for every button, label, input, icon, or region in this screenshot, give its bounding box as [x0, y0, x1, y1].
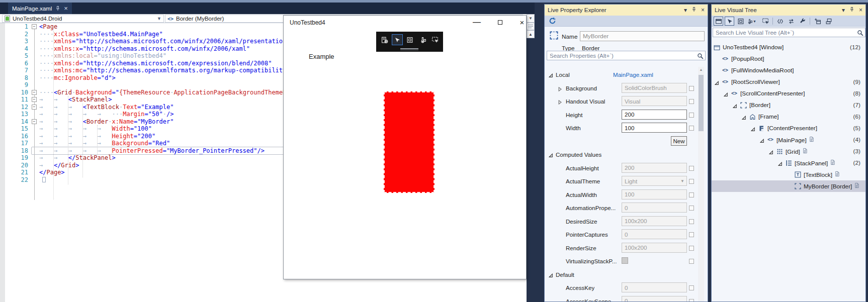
property-section-header[interactable]: Default: [545, 268, 708, 281]
tree-row[interactable]: [Grid](3): [712, 146, 865, 157]
pin-property-checkbox[interactable]: [689, 126, 694, 131]
property-checkbox[interactable]: [622, 257, 628, 264]
pin-property-checkbox[interactable]: [689, 192, 694, 197]
expand-icon[interactable]: [778, 161, 783, 168]
close-icon[interactable]: ×: [64, 5, 68, 12]
property-value[interactable]: 100: [622, 189, 687, 199]
select-element-icon[interactable]: [760, 17, 770, 26]
pin-property-checkbox[interactable]: [689, 113, 694, 118]
property-value[interactable]: 0: [622, 282, 687, 292]
close-icon[interactable]: ×: [859, 7, 862, 13]
search-icon[interactable]: [857, 29, 863, 38]
fold-toggle-icon[interactable]: −: [32, 97, 37, 102]
tree-row[interactable]: [Frame](6): [712, 111, 865, 123]
tab-mainpage-xaml[interactable]: MainPage.xaml ×: [8, 3, 72, 14]
pin-icon[interactable]: [691, 7, 697, 14]
pin-property-checkbox[interactable]: [689, 99, 694, 104]
search-properties-input[interactable]: [547, 51, 706, 60]
property-section-header[interactable]: LocalMainPage.xaml: [545, 68, 708, 81]
display-layout-adorners-icon[interactable]: [736, 17, 745, 26]
pin-property-checkbox[interactable]: [689, 219, 694, 224]
property-section-header[interactable]: Computed Values: [545, 148, 708, 161]
pin-icon[interactable]: [55, 6, 60, 11]
track-focused-element-icon[interactable]: [417, 34, 428, 45]
pin-property-checkbox[interactable]: [689, 166, 694, 171]
select-element-icon[interactable]: [429, 34, 441, 45]
toolbar-drag-handle[interactable]: [400, 48, 418, 49]
expand-icon[interactable]: [742, 115, 746, 122]
expand-icon[interactable]: [760, 138, 764, 145]
tree-row[interactable]: MyBorder [Border]: [712, 180, 865, 192]
select-window-icon[interactable]: [714, 17, 723, 26]
expand-icon[interactable]: [724, 91, 728, 98]
tree-row[interactable]: [Border](7): [712, 99, 865, 111]
expand-icon[interactable]: [558, 86, 562, 92]
tree-row[interactable]: <>[RootScrollViewer](9): [712, 76, 865, 88]
enable-selection-icon[interactable]: [392, 34, 403, 45]
app-window[interactable]: UnoTestbed4 — × Example: [283, 15, 527, 279]
lpe-scrollbar-thumb[interactable]: [699, 75, 704, 131]
scroll-up-icon[interactable]: ▲: [698, 67, 704, 73]
document-icon[interactable]: [854, 183, 859, 190]
lpe-title-bar[interactable]: Live Property Explorer ▾ ×: [545, 5, 708, 16]
fold-toggle-icon[interactable]: −: [32, 105, 37, 110]
tree-row[interactable]: [ContentPresenter](5): [712, 123, 865, 134]
pin-property-checkbox[interactable]: [689, 259, 694, 264]
property-value[interactable]: Light▼: [622, 176, 687, 186]
myborder-red-rectangle[interactable]: [384, 91, 435, 193]
pin-property-checkbox[interactable]: [689, 232, 694, 237]
new-property-button[interactable]: New: [671, 136, 687, 146]
property-value[interactable]: 100x200: [622, 216, 687, 226]
editor-scrollbar-track[interactable]: [527, 38, 535, 302]
settings-icon[interactable]: [798, 17, 807, 26]
pin-property-checkbox[interactable]: [689, 206, 694, 211]
property-value[interactable]: 200: [622, 110, 687, 120]
sync-selection-icon[interactable]: [787, 17, 796, 26]
pin-property-checkbox[interactable]: [689, 86, 694, 91]
just-my-xaml-icon[interactable]: [775, 17, 785, 26]
goto-live-visual-tree-icon[interactable]: [379, 34, 390, 45]
property-value[interactable]: SolidColorBrush: [622, 83, 687, 93]
expand-icon[interactable]: [733, 103, 737, 110]
tree-row[interactable]: <>[MainPage](4): [712, 134, 865, 146]
tree-row[interactable]: <>[ScrollContentPresenter](8): [712, 88, 865, 99]
expand-icon[interactable]: [769, 149, 773, 156]
fold-toggle-icon[interactable]: −: [32, 119, 37, 124]
expand-icon[interactable]: [751, 126, 755, 133]
track-focused-element-icon[interactable]: ▼: [747, 17, 756, 26]
property-value[interactable]: 0: [622, 229, 687, 239]
pin-property-checkbox[interactable]: [689, 246, 694, 251]
fold-toggle-icon[interactable]: −: [32, 90, 37, 95]
property-value[interactable]: 0: [622, 296, 687, 302]
search-icon[interactable]: [697, 52, 704, 61]
tree-row[interactable]: <>[PopupRoot]: [712, 53, 865, 65]
pin-property-checkbox[interactable]: [689, 299, 694, 302]
close-icon[interactable]: ×: [701, 7, 705, 13]
close-button[interactable]: ×: [515, 17, 529, 28]
tree-row[interactable]: UnoTestbed4 [Window](12): [712, 42, 865, 53]
window-position-icon[interactable]: ▾: [842, 7, 845, 13]
name-field[interactable]: MyBorder: [580, 31, 705, 41]
collapse-all-icon[interactable]: [824, 17, 833, 26]
property-value[interactable]: 100: [622, 123, 687, 133]
expand-icon[interactable]: [715, 80, 719, 87]
pin-property-checkbox[interactable]: [689, 179, 694, 184]
tree-row[interactable]: [TextBlock]: [712, 169, 865, 180]
document-icon[interactable]: [834, 171, 840, 178]
tree-row[interactable]: <>[FullWindowMediaRoot]: [712, 65, 865, 76]
project-dropdown[interactable]: UnoTestbed4.Droid ▼: [2, 15, 164, 23]
fold-toggle-icon[interactable]: −: [32, 24, 37, 29]
expand-icon[interactable]: [558, 99, 562, 106]
document-icon[interactable]: [809, 137, 814, 144]
enable-selection-icon[interactable]: [725, 17, 734, 26]
scroll-up-icon[interactable]: ▲: [527, 30, 535, 38]
tree-row[interactable]: [StackPanel](2): [712, 157, 865, 169]
expand-all-icon[interactable]: [813, 17, 822, 26]
property-value[interactable]: 0: [622, 203, 687, 213]
refresh-icon[interactable]: [549, 17, 556, 27]
pin-property-checkbox[interactable]: [689, 285, 694, 290]
document-icon[interactable]: [830, 160, 835, 167]
pin-icon[interactable]: [849, 7, 854, 14]
window-position-icon[interactable]: ▾: [684, 7, 687, 13]
lvt-title-bar[interactable]: Live Visual Tree ▾ ×: [712, 5, 865, 16]
